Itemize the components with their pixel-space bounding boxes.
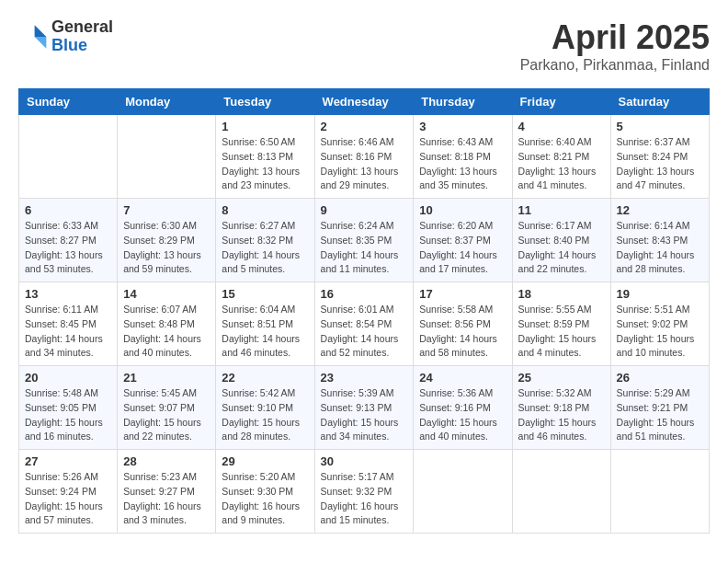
logo-blue-text: Blue — [51, 37, 113, 55]
calendar-cell: 13Sunrise: 6:11 AMSunset: 8:45 PMDayligh… — [19, 282, 118, 366]
day-number: 16 — [321, 287, 408, 301]
day-number: 15 — [222, 287, 308, 301]
day-info: Sunrise: 5:51 AMSunset: 9:02 PMDaylight:… — [617, 303, 703, 361]
day-number: 23 — [321, 371, 408, 385]
calendar-cell: 16Sunrise: 6:01 AMSunset: 8:54 PMDayligh… — [314, 282, 414, 366]
day-number: 29 — [222, 454, 308, 468]
day-info: Sunrise: 6:40 AMSunset: 8:21 PMDaylight:… — [518, 135, 605, 193]
header-cell-thursday: Thursday — [414, 89, 512, 115]
day-info: Sunrise: 5:45 AMSunset: 9:07 PMDaylight:… — [123, 386, 210, 444]
calendar-cell: 3Sunrise: 6:43 AMSunset: 8:18 PMDaylight… — [414, 115, 512, 199]
day-number: 14 — [123, 287, 210, 301]
calendar-cell: 21Sunrise: 5:45 AMSunset: 9:07 PMDayligh… — [118, 366, 216, 450]
header-row: SundayMondayTuesdayWednesdayThursdayFrid… — [19, 89, 710, 115]
calendar-cell: 23Sunrise: 5:39 AMSunset: 9:13 PMDayligh… — [314, 366, 414, 450]
calendar-cell — [610, 450, 709, 534]
calendar-cell — [512, 450, 610, 534]
day-info: Sunrise: 5:20 AMSunset: 9:30 PMDaylight:… — [222, 470, 308, 528]
calendar-cell: 4Sunrise: 6:40 AMSunset: 8:21 PMDaylight… — [512, 115, 610, 199]
day-number: 28 — [123, 454, 210, 468]
svg-marker-1 — [35, 37, 47, 49]
calendar-cell: 8Sunrise: 6:27 AMSunset: 8:32 PMDaylight… — [216, 199, 314, 282]
day-number: 1 — [222, 120, 308, 133]
day-info: Sunrise: 6:14 AMSunset: 8:43 PMDaylight:… — [617, 219, 703, 277]
day-info: Sunrise: 6:11 AMSunset: 8:45 PMDaylight:… — [25, 303, 111, 361]
day-number: 24 — [419, 371, 506, 385]
week-row-2: 6Sunrise: 6:33 AMSunset: 8:27 PMDaylight… — [19, 199, 710, 282]
day-number: 8 — [222, 203, 308, 217]
page-header: General Blue April 2025 Parkano, Pirkanm… — [18, 18, 710, 74]
day-number: 12 — [617, 203, 703, 217]
day-info: Sunrise: 5:26 AMSunset: 9:24 PMDaylight:… — [25, 470, 111, 528]
calendar-cell: 14Sunrise: 6:07 AMSunset: 8:48 PMDayligh… — [118, 282, 216, 366]
calendar-header: SundayMondayTuesdayWednesdayThursdayFrid… — [19, 89, 710, 115]
day-number: 3 — [419, 120, 506, 133]
calendar-cell: 12Sunrise: 6:14 AMSunset: 8:43 PMDayligh… — [610, 199, 709, 282]
day-info: Sunrise: 6:04 AMSunset: 8:51 PMDaylight:… — [222, 303, 308, 361]
svg-marker-0 — [35, 25, 47, 37]
calendar-cell: 2Sunrise: 6:46 AMSunset: 8:16 PMDaylight… — [314, 115, 414, 199]
day-info: Sunrise: 6:24 AMSunset: 8:35 PMDaylight:… — [321, 219, 408, 277]
calendar-cell — [19, 115, 118, 199]
day-number: 4 — [518, 120, 605, 133]
week-row-5: 27Sunrise: 5:26 AMSunset: 9:24 PMDayligh… — [19, 450, 710, 534]
header-cell-monday: Monday — [118, 89, 216, 115]
day-number: 27 — [25, 454, 111, 468]
calendar-cell: 29Sunrise: 5:20 AMSunset: 9:30 PMDayligh… — [216, 450, 314, 534]
day-info: Sunrise: 6:50 AMSunset: 8:13 PMDaylight:… — [222, 135, 308, 193]
day-info: Sunrise: 5:55 AMSunset: 8:59 PMDaylight:… — [518, 303, 605, 361]
day-number: 2 — [321, 120, 408, 133]
day-info: Sunrise: 6:37 AMSunset: 8:24 PMDaylight:… — [617, 135, 703, 193]
day-info: Sunrise: 5:17 AMSunset: 9:32 PMDaylight:… — [321, 470, 408, 528]
week-row-3: 13Sunrise: 6:11 AMSunset: 8:45 PMDayligh… — [19, 282, 710, 366]
day-number: 9 — [321, 203, 408, 217]
calendar-cell: 28Sunrise: 5:23 AMSunset: 9:27 PMDayligh… — [118, 450, 216, 534]
month-title: April 2025 — [520, 18, 710, 57]
logo-general-text: General — [51, 18, 113, 37]
header-cell-sunday: Sunday — [19, 89, 118, 115]
day-info: Sunrise: 6:30 AMSunset: 8:29 PMDaylight:… — [123, 219, 210, 277]
day-info: Sunrise: 5:36 AMSunset: 9:16 PMDaylight:… — [419, 386, 506, 444]
calendar-cell: 25Sunrise: 5:32 AMSunset: 9:18 PMDayligh… — [512, 366, 610, 450]
calendar-cell: 6Sunrise: 6:33 AMSunset: 8:27 PMDaylight… — [19, 199, 118, 282]
day-number: 5 — [617, 120, 703, 133]
day-info: Sunrise: 5:48 AMSunset: 9:05 PMDaylight:… — [25, 386, 111, 444]
day-info: Sunrise: 6:33 AMSunset: 8:27 PMDaylight:… — [25, 219, 111, 277]
day-number: 21 — [123, 371, 210, 385]
day-info: Sunrise: 5:32 AMSunset: 9:18 PMDaylight:… — [518, 386, 605, 444]
title-section: April 2025 Parkano, Pirkanmaa, Finland — [520, 18, 710, 74]
header-cell-wednesday: Wednesday — [314, 89, 414, 115]
day-info: Sunrise: 5:23 AMSunset: 9:27 PMDaylight:… — [123, 470, 210, 528]
day-info: Sunrise: 6:20 AMSunset: 8:37 PMDaylight:… — [419, 219, 506, 277]
day-info: Sunrise: 5:58 AMSunset: 8:56 PMDaylight:… — [419, 303, 506, 361]
day-number: 30 — [321, 454, 408, 468]
location: Parkano, Pirkanmaa, Finland — [520, 57, 710, 74]
calendar-table: SundayMondayTuesdayWednesdayThursdayFrid… — [18, 88, 710, 534]
logo: General Blue — [18, 18, 113, 55]
day-info: Sunrise: 6:07 AMSunset: 8:48 PMDaylight:… — [123, 303, 210, 361]
day-info: Sunrise: 6:01 AMSunset: 8:54 PMDaylight:… — [321, 303, 408, 361]
calendar-cell — [414, 450, 512, 534]
calendar-cell: 5Sunrise: 6:37 AMSunset: 8:24 PMDaylight… — [610, 115, 709, 199]
calendar-cell: 20Sunrise: 5:48 AMSunset: 9:05 PMDayligh… — [19, 366, 118, 450]
calendar-cell: 17Sunrise: 5:58 AMSunset: 8:56 PMDayligh… — [414, 282, 512, 366]
day-number: 6 — [25, 203, 111, 217]
logo-icon — [18, 22, 48, 52]
day-number: 26 — [617, 371, 703, 385]
day-number: 10 — [419, 203, 506, 217]
header-cell-tuesday: Tuesday — [216, 89, 314, 115]
calendar-cell — [118, 115, 216, 199]
calendar-cell: 22Sunrise: 5:42 AMSunset: 9:10 PMDayligh… — [216, 366, 314, 450]
day-number: 19 — [617, 287, 703, 301]
calendar-cell: 30Sunrise: 5:17 AMSunset: 9:32 PMDayligh… — [314, 450, 414, 534]
day-number: 20 — [25, 371, 111, 385]
week-row-4: 20Sunrise: 5:48 AMSunset: 9:05 PMDayligh… — [19, 366, 710, 450]
day-number: 7 — [123, 203, 210, 217]
day-info: Sunrise: 6:46 AMSunset: 8:16 PMDaylight:… — [321, 135, 408, 193]
day-number: 25 — [518, 371, 605, 385]
calendar-cell: 7Sunrise: 6:30 AMSunset: 8:29 PMDaylight… — [118, 199, 216, 282]
day-info: Sunrise: 5:29 AMSunset: 9:21 PMDaylight:… — [617, 386, 703, 444]
calendar-cell: 10Sunrise: 6:20 AMSunset: 8:37 PMDayligh… — [414, 199, 512, 282]
header-cell-saturday: Saturday — [610, 89, 709, 115]
day-info: Sunrise: 5:42 AMSunset: 9:10 PMDaylight:… — [222, 386, 308, 444]
